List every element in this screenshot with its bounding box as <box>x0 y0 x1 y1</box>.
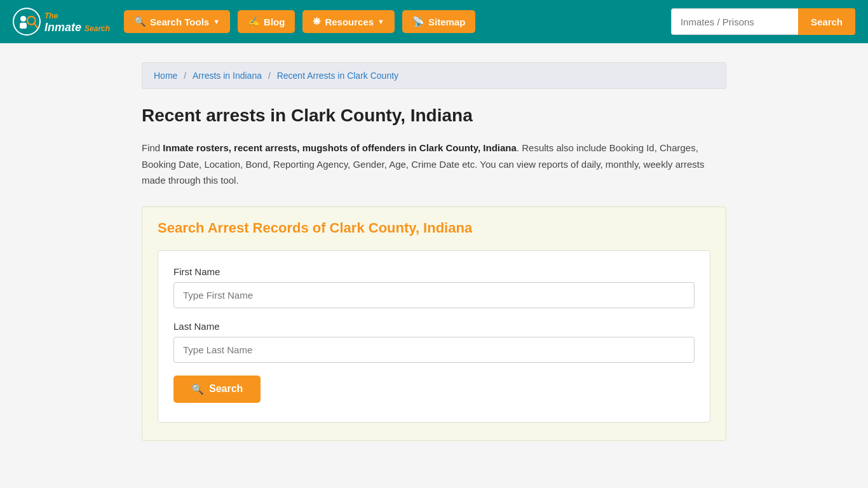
resources-icon: ❋ <box>313 16 321 27</box>
site-logo[interactable]: The Inmate Search <box>13 8 110 36</box>
site-header: The Inmate Search 🔍 Search Tools ▼ ✍ Blo… <box>0 0 868 43</box>
page-description: Find Inmate rosters, recent arrests, mug… <box>142 140 726 189</box>
breadcrumb-arrests-indiana[interactable]: Arrests in Indiana <box>193 71 262 81</box>
svg-rect-2 <box>20 23 27 29</box>
breadcrumb-home[interactable]: Home <box>154 71 177 81</box>
breadcrumb-current[interactable]: Recent Arrests in Clark County <box>277 71 398 81</box>
top-search-button[interactable]: Search <box>798 8 855 35</box>
breadcrumb-separator-1: / <box>184 71 189 81</box>
page-title: Recent arrests in Clark County, Indiana <box>142 105 726 126</box>
last-name-input[interactable] <box>173 337 695 363</box>
first-name-group: First Name <box>173 266 695 308</box>
top-search-area: Search <box>671 8 855 35</box>
breadcrumb: Home / Arrests in Indiana / Recent Arres… <box>142 62 726 89</box>
last-name-group: Last Name <box>173 321 695 363</box>
search-tools-button[interactable]: 🔍 Search Tools ▼ <box>124 10 230 33</box>
search-section-title: Search Arrest Records of Clark County, I… <box>158 220 710 236</box>
sitemap-icon: 📡 <box>412 16 424 27</box>
chevron-down-icon-2: ▼ <box>377 18 384 25</box>
first-name-input[interactable] <box>173 282 695 308</box>
svg-point-1 <box>20 16 26 22</box>
resources-button[interactable]: ❋ Resources ▼ <box>302 10 395 33</box>
breadcrumb-separator-2: / <box>268 71 273 81</box>
search-section: Search Arrest Records of Clark County, I… <box>142 207 726 441</box>
chevron-down-icon: ▼ <box>213 18 220 25</box>
blog-icon: ✍ <box>248 16 260 27</box>
first-name-label: First Name <box>173 266 695 277</box>
search-tools-icon: 🔍 <box>134 16 146 27</box>
main-content: Home / Arrests in Indiana / Recent Arres… <box>129 62 739 441</box>
search-submit-button[interactable]: 🔍 Search <box>173 376 261 403</box>
logo-text: The Inmate Search <box>44 9 110 34</box>
blog-button[interactable]: ✍ Blog <box>238 10 295 33</box>
last-name-label: Last Name <box>173 321 695 332</box>
logo-svg-icon <box>14 9 39 34</box>
form-area: First Name Last Name 🔍 Search <box>158 250 710 423</box>
logo-icon-box <box>13 8 41 36</box>
top-search-input[interactable] <box>671 8 798 35</box>
sitemap-button[interactable]: 📡 Sitemap <box>402 10 475 33</box>
search-submit-icon: 🔍 <box>191 383 204 395</box>
